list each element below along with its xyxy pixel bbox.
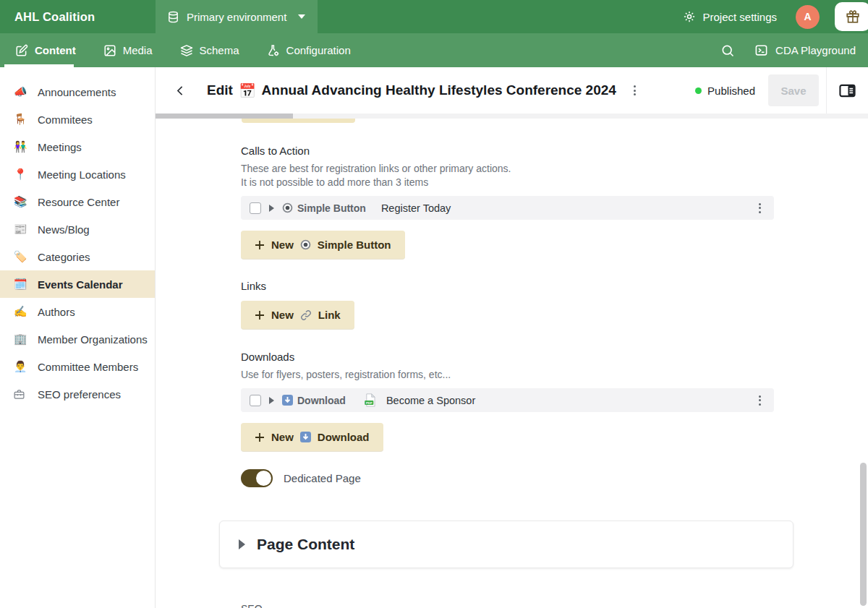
avatar[interactable]: A <box>796 5 820 29</box>
dedicated-page-label: Dedicated Page <box>284 472 361 484</box>
sidebar-item-label: Events Calendar <box>38 278 123 291</box>
page-content-section[interactable]: Page Content <box>219 521 793 568</box>
tab-configuration-label: Configuration <box>286 44 351 56</box>
dedicated-page-field: Dedicated Page <box>241 469 868 487</box>
cda-playground-button[interactable]: CDA Playground <box>754 43 856 57</box>
status-label: Published <box>707 85 755 97</box>
sidebar-item-label: Resource Center <box>38 196 119 208</box>
sidebar-item-announcements[interactable]: 📣 Announcements <box>0 78 155 106</box>
document-header: Edit 📅 Annual Advancing Healthy Lifestyl… <box>156 67 868 114</box>
sidebar-item-member-organizations[interactable]: 🏢 Member Organizations <box>0 325 155 353</box>
sidebar-item-authors[interactable]: ✍️ Authors <box>0 298 155 325</box>
sidebar-item-meetings[interactable]: 👫 Meetings <box>0 133 155 160</box>
radio-button-icon <box>300 239 311 250</box>
save-button[interactable]: Save <box>768 74 819 106</box>
newspaper-icon: 📰 <box>13 223 27 236</box>
sidebar-item-meeting-locations[interactable]: 📍 Meeting Locations <box>0 160 155 188</box>
tab-schema-label: Schema <box>200 44 239 56</box>
horizontal-scrollbar-thumb[interactable] <box>156 114 293 119</box>
expand-caret-icon[interactable] <box>269 397 274 404</box>
project-settings-button[interactable]: Project settings <box>683 10 777 23</box>
page-title: Edit 📅 Annual Advancing Healthy Lifestyl… <box>207 82 616 99</box>
document-editor: Edit 📅 Annual Advancing Healthy Lifestyl… <box>156 67 868 608</box>
tab-media[interactable]: Media <box>90 33 166 67</box>
topbar-right: Project settings A <box>683 2 868 31</box>
gift-button[interactable] <box>835 2 868 31</box>
briefcase-icon <box>13 388 27 401</box>
back-button[interactable] <box>171 82 190 100</box>
office-worker-icon: 👨‍💼 <box>13 360 27 373</box>
row-checkbox[interactable] <box>250 202 261 214</box>
new-button-prefix: New <box>271 309 294 321</box>
radio-button-icon <box>282 202 293 213</box>
sidebar-item-resource-center[interactable]: 📚 Resource Center <box>0 188 155 215</box>
expand-caret-icon[interactable] <box>269 205 274 212</box>
document-menu-button[interactable] <box>629 81 640 100</box>
horizontal-scrollbar[interactable] <box>156 114 868 119</box>
sidebar-item-label: Announcements <box>38 86 116 98</box>
page-content-title: Page Content <box>257 536 354 553</box>
cta-list-item[interactable]: Simple Button Register Today <box>241 196 774 220</box>
project-settings-label: Project settings <box>702 11 777 23</box>
sidebar-item-news-blog[interactable]: 📰 News/Blog <box>0 215 155 243</box>
download-arrow-icon <box>282 395 293 406</box>
pin-icon: 📍 <box>13 168 27 181</box>
pdf-badge-text: PDF <box>366 401 373 405</box>
new-link-button[interactable]: New Link <box>241 301 354 329</box>
link-icon <box>300 309 312 321</box>
books-icon: 📚 <box>13 195 27 208</box>
sidebar-item-label: Member Organizations <box>38 333 148 346</box>
people-icon: 👫 <box>13 140 27 153</box>
tab-content[interactable]: Content <box>1 33 90 67</box>
top-bar: AHL Coalition Primary environment Projec… <box>0 0 868 33</box>
gift-icon <box>845 9 861 25</box>
tab-configuration[interactable]: Configuration <box>253 33 365 67</box>
edit-square-icon <box>15 44 28 57</box>
sidebar-item-label: Categories <box>38 251 90 263</box>
row-value: Register Today <box>381 202 451 214</box>
calendar-emoji-icon: 📅 <box>239 82 256 99</box>
chair-icon: 🪑 <box>13 113 27 126</box>
row-menu-button[interactable] <box>754 391 765 410</box>
environment-selector[interactable]: Primary environment <box>156 0 318 33</box>
toggle-side-panel-button[interactable] <box>827 82 868 99</box>
sidebar-item-categories[interactable]: 🏷️ Categories <box>0 243 155 270</box>
sidebar-item-seo-preferences[interactable]: SEO preferences <box>0 380 155 408</box>
navbar-right: CDA Playground <box>720 43 868 58</box>
plus-icon <box>255 432 265 442</box>
download-list-item[interactable]: Download PDF Become a Sponsor <box>241 388 774 412</box>
sidebar-item-committee-members[interactable]: 👨‍💼 Committee Members <box>0 353 155 380</box>
plus-icon <box>255 310 265 320</box>
cda-playground-label: CDA Playground <box>775 44 856 56</box>
new-download-button[interactable]: New Download <box>241 423 383 451</box>
tab-schema[interactable]: Schema <box>166 33 253 67</box>
new-simple-button-button[interactable]: New Simple Button <box>241 231 405 259</box>
download-arrow-icon <box>300 432 311 442</box>
sidebar-item-commitees[interactable]: 🪑 Commitees <box>0 106 155 133</box>
new-button-type: Link <box>318 309 341 321</box>
plus-icon <box>255 240 265 250</box>
row-type-label: Download <box>282 395 346 406</box>
field-label-links: Links <box>241 280 868 292</box>
row-menu-button[interactable] <box>754 199 765 218</box>
downloads-description: Use for flyers, posters, registration fo… <box>241 368 868 382</box>
database-icon <box>167 11 179 23</box>
dedicated-page-toggle[interactable] <box>241 469 273 487</box>
tab-media-label: Media <box>123 44 153 56</box>
search-icon[interactable] <box>720 43 735 58</box>
sidebar-item-label: Commitees <box>38 114 93 126</box>
gear-icon <box>683 10 696 23</box>
sidebar-item-label: Authors <box>38 306 75 318</box>
writing-hand-icon: ✍️ <box>13 305 27 318</box>
expand-caret-icon <box>239 539 245 549</box>
sidebar-item-label: Meeting Locations <box>38 168 126 181</box>
published-dot-icon <box>695 87 702 94</box>
vertical-scrollbar-thumb[interactable] <box>860 463 867 606</box>
row-checkbox[interactable] <box>250 395 261 406</box>
clipped-button-remnant[interactable] <box>242 119 355 123</box>
status-badge: Published <box>695 85 755 97</box>
form-scroll-area: Calls to Action These are best for regis… <box>156 119 868 608</box>
collections-sidebar: 📣 Announcements 🪑 Commitees 👫 Meetings 📍… <box>0 67 156 608</box>
sidebar-item-events-calendar[interactable]: 🗓️ Events Calendar <box>0 270 155 298</box>
layers-icon <box>180 44 193 57</box>
